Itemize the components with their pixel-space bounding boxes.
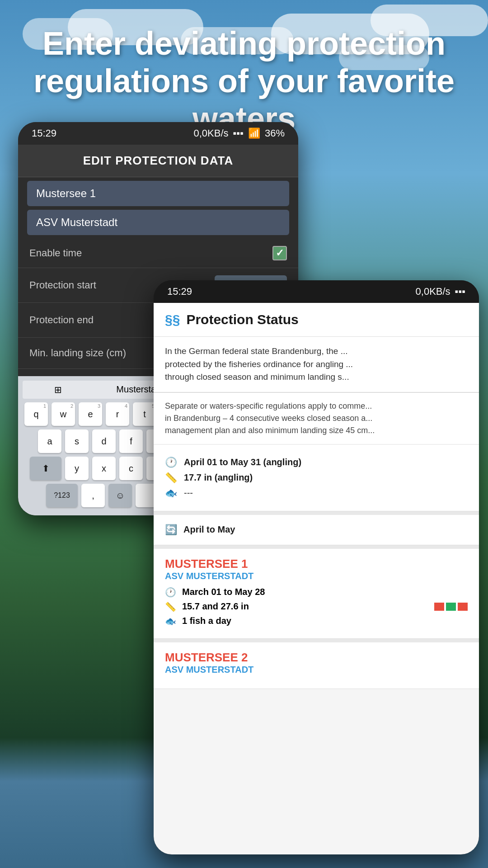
reg-time-value: April 01 to May 31 (angling) (184, 457, 301, 467)
regulation-line3: management plan and also minimum landing… (165, 426, 375, 435)
signal-right: ▪▪▪ (455, 286, 465, 297)
loc1-size-row: 📏 15.7 and 27.6 in (165, 601, 468, 612)
protection-description: In the German federal state Brandenburg,… (154, 337, 479, 393)
separator-1 (154, 511, 479, 515)
key-x[interactable]: x (92, 457, 116, 480)
loc1-club: ASV MUSTERSTADT (165, 571, 468, 581)
protection-text-line2: protected by the fisheries ordinance for… (165, 359, 353, 369)
screen-content-right: §§ Protection Status In the German feder… (154, 303, 479, 854)
key-s[interactable]: s (65, 429, 89, 453)
april-to-may-text: April to May (183, 524, 235, 535)
phone-right: 15:29 0,0KB/s ▪▪▪ §§ Protection Status I… (154, 280, 479, 854)
protection-start-label: Protection start (29, 279, 96, 291)
key-a[interactable]: a (38, 429, 61, 453)
separator-3 (154, 639, 479, 642)
key-shift[interactable]: ⬆ (30, 457, 61, 480)
key-q[interactable]: q1 (24, 402, 48, 426)
enable-time-label: Enable time (29, 247, 82, 259)
mustersee2-location-card: MUSTERSEE 2 ASV MUSTERSTADT (154, 642, 479, 689)
section-title: Protection Status (186, 312, 298, 327)
lake-field[interactable]: Mustersee 1 (27, 181, 289, 206)
reg-catch-value: --- (184, 488, 193, 498)
section-icon: §§ (165, 312, 180, 327)
reg-size-row: 📏 17.7 in (angling) (165, 472, 468, 484)
loc1-clock-icon: 🕐 (165, 587, 177, 598)
regulation-block-1: 🕐 April 01 to May 31 (angling) 📏 17.7 in… (154, 445, 479, 511)
separator-2 (154, 545, 479, 549)
size-bar-green (446, 603, 456, 611)
min-landing-label: Min. landing size (cm) (29, 347, 126, 359)
battery-left: 36% (265, 127, 285, 139)
protection-status-header: §§ Protection Status (154, 303, 479, 337)
protection-text-line3: through closed season and minimum landin… (165, 372, 349, 382)
key-r[interactable]: r4 (106, 402, 129, 426)
size-bar-red-1 (434, 603, 444, 611)
key-w[interactable]: w2 (52, 402, 75, 426)
protection-end-label: Protection end (29, 314, 94, 326)
loc1-fish-icon: 🐟 (165, 616, 177, 627)
reg-catch-row: 🐟 --- (165, 487, 468, 499)
loc1-name: MUSTERSEE 1 (165, 557, 468, 571)
loc1-size-value: 15.7 and 27.6 in (182, 601, 249, 612)
key-y2[interactable]: y (65, 457, 89, 480)
main-headline: Enter deviating protection regulations o… (27, 25, 461, 137)
loc1-catch-value: 1 fish a day (182, 616, 231, 626)
loc2-club: ASV MUSTERSTADT (165, 665, 468, 675)
wifi-icon: 📶 (248, 127, 260, 139)
reg-size-value: 17.7 in (angling) (184, 472, 253, 483)
time-right: 15:29 (167, 286, 192, 297)
regulation-line1: Separate or waters-specific regulations … (165, 401, 372, 410)
status-bar-right: 15:29 0,0KB/s ▪▪▪ (154, 280, 479, 303)
signal-left: ▪▪▪ (233, 127, 244, 139)
protection-text-content: In the German federal state Brandenburg,… (165, 346, 348, 356)
april-to-may-row: 🔄 April to May (154, 515, 479, 545)
time-left: 15:29 (32, 127, 56, 139)
loc1-time-row: 🕐 March 01 to May 28 (165, 587, 468, 598)
reg-ruler-icon: 📏 (165, 472, 178, 484)
loc1-ruler-icon: 📏 (165, 601, 177, 612)
loc2-name: MUSTERSEE 2 (165, 651, 468, 665)
club-field[interactable]: ASV Musterstadt (27, 210, 289, 235)
regulation-line2: in Brandenburg – 4 consecutive weeks clo… (165, 414, 372, 423)
enable-time-checkbox[interactable] (272, 246, 287, 260)
key-f[interactable]: f (119, 429, 143, 453)
key-t[interactable]: t5 (133, 402, 156, 426)
key-e[interactable]: e3 (79, 402, 102, 426)
speed-right: 0,0KB/s (416, 286, 450, 297)
reg-clock-icon: 🕐 (165, 457, 178, 468)
key-d[interactable]: d (92, 429, 116, 453)
status-bar-left: 15:29 0,0KB/s ▪▪▪ 📶 36% (18, 122, 298, 145)
header-section: Enter deviating protection regulations o… (0, 25, 488, 137)
size-bar-red-2 (458, 603, 468, 611)
loc1-time-value: March 01 to May 28 (182, 587, 265, 597)
april-clock-icon: 🔄 (165, 524, 177, 536)
key-c[interactable]: c (119, 457, 143, 480)
key-emoji[interactable]: ☺ (108, 484, 132, 507)
dialog-title: EDIT PROTECTION DATA (18, 145, 298, 177)
speed-left: 0,0KB/s (194, 127, 229, 139)
mustersee1-location-card: MUSTERSEE 1 ASV MUSTERSTADT 🕐 March 01 t… (154, 549, 479, 639)
enable-time-row[interactable]: Enable time (18, 239, 298, 268)
suggestion-apps-icon: ⊞ (54, 384, 62, 395)
reg-time-row: 🕐 April 01 to May 31 (angling) (165, 457, 468, 468)
size-indicator (434, 603, 468, 611)
reg-fish-icon: 🐟 (165, 487, 178, 499)
loc1-catch-row: 🐟 1 fish a day (165, 616, 468, 627)
key-comma[interactable]: , (81, 484, 105, 507)
key-123[interactable]: ?123 (46, 484, 78, 507)
regulation-text: Separate or waters-specific regulations … (154, 393, 479, 445)
